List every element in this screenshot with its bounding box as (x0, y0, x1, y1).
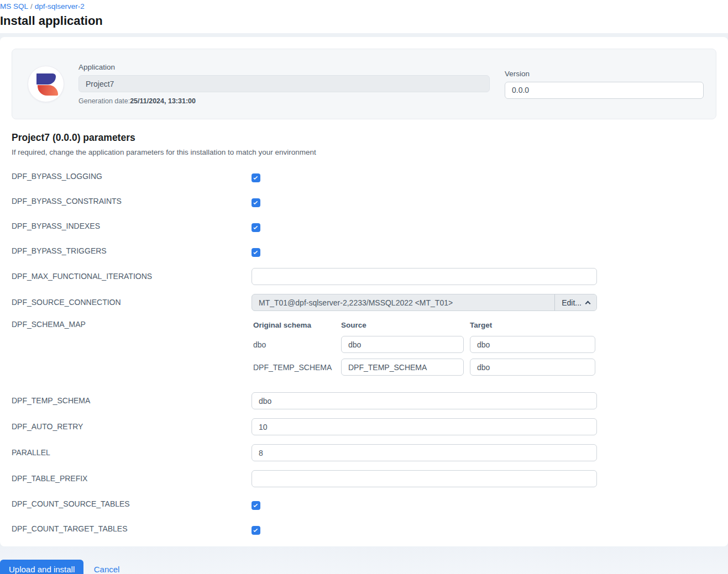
schema-map-table: Original schema Source Target dbo DPF_TE… (252, 321, 597, 376)
param-checkbox[interactable] (252, 248, 260, 257)
parameters-heading: Project7 (0.0.0) parameters (12, 131, 716, 144)
param-row-bypass-logging: DPF_BYPASS_LOGGING (12, 168, 716, 185)
param-label: DPF_MAX_FUNCTIONAL_ITERATIONS (12, 272, 252, 281)
param-label: DPF_TEMP_SCHEMA (12, 396, 252, 406)
schema-map-row: DPF_TEMP_SCHEMA (252, 359, 597, 376)
action-footer: Upload and install Cancel (0, 546, 728, 574)
schema-target-input[interactable] (470, 359, 595, 376)
param-row-count-target-tables: DPF_COUNT_TARGET_TABLES (12, 521, 716, 537)
param-row-temp-schema: DPF_TEMP_SCHEMA (12, 392, 716, 409)
param-checkbox[interactable] (252, 526, 260, 535)
param-row-max-functional-iterations: DPF_MAX_FUNCTIONAL_ITERATIONS (12, 268, 716, 285)
param-row-auto-retry: DPF_AUTO_RETRY (12, 418, 716, 435)
breadcrumb-separator: / (30, 2, 33, 10)
param-label: DPF_BYPASS_TRIGGERS (12, 246, 252, 256)
schema-original-value: dbo (252, 340, 341, 349)
page-header: MS SQL/dpf-sqlserver-2 Install applicati… (0, 0, 728, 33)
checkmark-icon (253, 175, 258, 180)
schema-original-value: DPF_TEMP_SCHEMA (252, 363, 341, 372)
schema-col-target: Target (470, 321, 595, 329)
app-logo-icon (28, 66, 64, 102)
param-input[interactable] (252, 268, 597, 285)
source-connection-group: Edit... (252, 294, 597, 311)
param-label: DPF_AUTO_RETRY (12, 422, 252, 431)
param-label: PARALLEL (12, 448, 252, 457)
schema-map-header: Original schema Source Target (252, 321, 597, 329)
param-checkbox[interactable] (252, 501, 260, 510)
source-connection-input[interactable] (252, 294, 554, 310)
version-input[interactable] (505, 82, 704, 99)
param-label: DPF_SCHEMA_MAP (12, 320, 252, 329)
param-label: DPF_SOURCE_CONNECTION (12, 298, 252, 307)
application-label: Application (78, 63, 490, 71)
application-input[interactable] (78, 75, 490, 92)
cancel-link[interactable]: Cancel (94, 565, 120, 574)
param-row-bypass-constraints: DPF_BYPASS_CONSTRAINTS (12, 193, 716, 209)
param-row-schema-map: DPF_SCHEMA_MAP Original schema Source Ta… (12, 320, 716, 381)
param-row-parallel: PARALLEL (12, 444, 716, 461)
param-label: DPF_BYPASS_LOGGING (12, 172, 252, 181)
parameters-list: DPF_BYPASS_LOGGING DPF_BYPASS_CONSTRAINT… (12, 168, 716, 537)
breadcrumb: MS SQL/dpf-sqlserver-2 (0, 2, 728, 11)
param-input[interactable] (252, 444, 597, 461)
upload-and-install-button[interactable]: Upload and install (0, 560, 83, 574)
checkmark-icon (253, 503, 258, 507)
checkmark-icon (253, 250, 258, 254)
param-input[interactable] (252, 392, 597, 409)
checkmark-icon (253, 200, 258, 204)
param-row-bypass-triggers: DPF_BYPASS_TRIGGERS (12, 243, 716, 259)
main-panel: Application Generation date:25/11/2024, … (0, 37, 728, 546)
schema-col-original: Original schema (252, 321, 341, 329)
param-label: DPF_TABLE_PREFIX (12, 474, 252, 483)
edit-button-label: Edit... (562, 298, 582, 307)
schema-col-source: Source (341, 321, 464, 329)
edit-connection-button[interactable]: Edit... (554, 294, 596, 310)
param-row-source-connection: DPF_SOURCE_CONNECTION Edit... (12, 294, 716, 311)
chevron-up-icon (585, 301, 591, 306)
param-checkbox[interactable] (252, 198, 260, 207)
param-checkbox[interactable] (252, 223, 260, 232)
checkmark-icon (253, 225, 258, 229)
param-label: DPF_BYPASS_INDEXES (12, 222, 252, 231)
app-logo-blue-shape (36, 73, 56, 85)
param-checkbox[interactable] (252, 173, 260, 182)
param-input[interactable] (252, 418, 597, 435)
app-logo-red-shape (38, 85, 58, 96)
param-input[interactable] (252, 470, 597, 487)
application-card: Application Generation date:25/11/2024, … (12, 49, 716, 119)
page-title: Install application (0, 14, 728, 28)
param-row-count-source-tables: DPF_COUNT_SOURCE_TABLES (12, 496, 716, 512)
schema-map-row: dbo (252, 336, 597, 353)
generation-date: Generation date:25/11/2024, 13:31:00 (78, 97, 490, 105)
version-label: Version (505, 70, 704, 78)
generation-date-label: Generation date: (78, 97, 130, 105)
breadcrumb-link-server[interactable]: dpf-sqlserver-2 (35, 2, 85, 10)
param-label: DPF_COUNT_TARGET_TABLES (12, 524, 252, 534)
param-label: DPF_COUNT_SOURCE_TABLES (12, 499, 252, 509)
schema-source-input[interactable] (341, 336, 464, 353)
checkmark-icon (253, 528, 258, 532)
param-label: DPF_BYPASS_CONSTRAINTS (12, 197, 252, 206)
schema-source-input[interactable] (341, 359, 464, 376)
schema-target-input[interactable] (470, 336, 595, 353)
breadcrumb-link-ms-sql[interactable]: MS SQL (0, 2, 28, 10)
param-row-bypass-indexes: DPF_BYPASS_INDEXES (12, 218, 716, 234)
generation-date-value: 25/11/2024, 13:31:00 (130, 97, 196, 105)
param-row-table-prefix: DPF_TABLE_PREFIX (12, 470, 716, 487)
parameters-subheading: If required, change the application para… (12, 148, 716, 157)
